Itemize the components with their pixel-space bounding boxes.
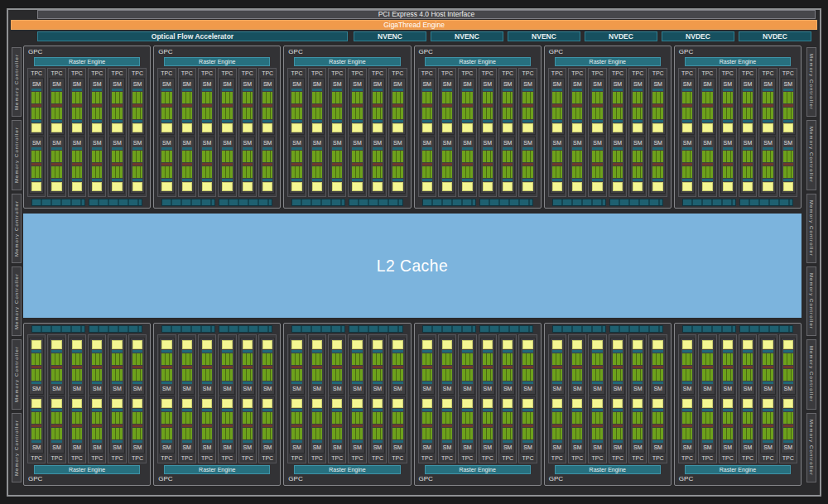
tpc-label: TPC bbox=[419, 454, 436, 463]
l1-cache-bar bbox=[352, 350, 362, 353]
cuda-core-block bbox=[592, 92, 602, 103]
l1-cache-bar bbox=[723, 89, 733, 91]
rt-core-block bbox=[763, 123, 773, 132]
tensor-core-bar bbox=[31, 104, 41, 107]
cuda-core-block bbox=[392, 92, 402, 103]
tensor-core-bar bbox=[352, 425, 362, 427]
cuda-core-block bbox=[552, 428, 562, 439]
sm-block: SM bbox=[349, 338, 364, 395]
l1-cache-bar bbox=[572, 409, 582, 411]
tpc-column: TPCSMSM bbox=[479, 68, 497, 197]
cuda-core-block bbox=[202, 92, 212, 103]
l1-cache-bar bbox=[503, 409, 513, 411]
video-engine-row: Optical Flow Accelerator NVENCNVENCNVENC… bbox=[37, 31, 811, 41]
texture-unit-strip bbox=[349, 199, 402, 206]
cuda-core-block bbox=[592, 166, 602, 178]
l1-cache-bar bbox=[373, 440, 383, 443]
cuda-core-block bbox=[462, 369, 472, 381]
sm-label: SM bbox=[592, 80, 602, 88]
cuda-core-block bbox=[262, 92, 272, 103]
l1-cache-bar bbox=[442, 350, 452, 353]
sm-label: SM bbox=[112, 139, 122, 146]
l1-cache-bar bbox=[72, 350, 82, 353]
sm-label: SM bbox=[291, 444, 301, 451]
tpc-label: TPC bbox=[239, 69, 256, 78]
cuda-core-block bbox=[462, 108, 472, 119]
memory-controller-label: Memory Controller bbox=[809, 54, 814, 110]
texture-unit-strip bbox=[31, 325, 85, 333]
tpc-label: TPC bbox=[199, 69, 215, 78]
tensor-core-bar bbox=[373, 163, 383, 166]
cuda-core-block bbox=[462, 92, 472, 103]
tpc-label: TPC bbox=[369, 454, 386, 463]
sm-label: SM bbox=[51, 444, 61, 451]
cuda-core-block bbox=[763, 428, 773, 439]
cuda-core-block bbox=[503, 369, 513, 381]
cuda-core-block bbox=[243, 369, 253, 381]
rt-core-block bbox=[352, 123, 362, 132]
sm-block: SM bbox=[520, 338, 535, 395]
tpc-column: TPCSMSM bbox=[588, 334, 606, 463]
rt-core-block bbox=[422, 182, 432, 191]
tpc-column: TPCSMSM bbox=[27, 334, 46, 463]
memory-controller-strip: Memory Controller bbox=[806, 413, 816, 482]
sm-label: SM bbox=[652, 444, 662, 451]
sm-label: SM bbox=[462, 444, 472, 451]
rt-core-block bbox=[31, 340, 41, 349]
texture-unit-row bbox=[161, 199, 272, 206]
sm-label: SM bbox=[182, 444, 192, 451]
l1-cache-bar bbox=[633, 147, 643, 150]
tensor-core-bar bbox=[332, 366, 342, 368]
tensor-core-bar bbox=[92, 104, 102, 107]
tpc-label: TPC bbox=[89, 69, 105, 78]
tensor-core-bar bbox=[352, 163, 362, 166]
tpc-label: TPC bbox=[519, 69, 536, 78]
sm-block: SM bbox=[370, 78, 385, 135]
sm-label: SM bbox=[483, 444, 493, 451]
rt-core-block bbox=[572, 340, 582, 349]
cuda-core-block bbox=[112, 92, 122, 103]
tpc-label: TPC bbox=[479, 454, 496, 463]
l1-cache-bar bbox=[483, 179, 493, 181]
sm-block: SM bbox=[420, 396, 435, 454]
l1-cache-bar bbox=[633, 120, 643, 122]
l1-cache-bar bbox=[92, 120, 102, 122]
memory-controller-label: Memory Controller bbox=[14, 273, 19, 329]
cuda-core-block bbox=[633, 353, 643, 365]
l1-cache-bar bbox=[462, 147, 472, 150]
tpc-label: TPC bbox=[28, 454, 45, 463]
l1-cache-bar bbox=[723, 147, 733, 150]
sm-label: SM bbox=[352, 385, 362, 392]
l1-cache-bar bbox=[202, 409, 212, 411]
tpc-label: TPC bbox=[609, 454, 626, 463]
cuda-core-block bbox=[522, 92, 532, 103]
l1-cache-bar bbox=[392, 120, 402, 122]
l1-cache-bar bbox=[503, 440, 513, 443]
sm-label: SM bbox=[312, 385, 322, 392]
tensor-core-bar bbox=[312, 366, 322, 368]
l1-cache-bar bbox=[72, 409, 82, 411]
raster-engine-bar: Raster Engine bbox=[164, 465, 270, 474]
l1-cache-bar bbox=[312, 179, 322, 181]
tensor-core-bar bbox=[312, 104, 322, 107]
sm-block: SM bbox=[310, 396, 325, 454]
cuda-core-block bbox=[202, 151, 212, 162]
l1-cache-bar bbox=[291, 409, 301, 411]
sm-block: SM bbox=[440, 137, 455, 194]
sm-block: SM bbox=[520, 137, 535, 194]
rt-core-block bbox=[291, 123, 301, 132]
tensor-core-bar bbox=[182, 366, 192, 368]
sm-label: SM bbox=[743, 80, 753, 88]
cuda-core-block bbox=[522, 151, 532, 162]
tpc-column: TPCSMSM bbox=[458, 334, 476, 463]
l1-cache-bar bbox=[572, 382, 582, 384]
l1-cache-bar bbox=[262, 409, 272, 411]
l1-cache-bar bbox=[743, 120, 753, 122]
sm-block: SM bbox=[630, 137, 645, 194]
l1-cache-bar bbox=[682, 179, 692, 181]
rt-core-block bbox=[702, 182, 712, 191]
sm-block: SM bbox=[720, 396, 735, 454]
raster-engine-bar: Raster Engine bbox=[164, 57, 270, 66]
cuda-core-block bbox=[373, 369, 383, 381]
rt-core-block bbox=[613, 182, 623, 191]
